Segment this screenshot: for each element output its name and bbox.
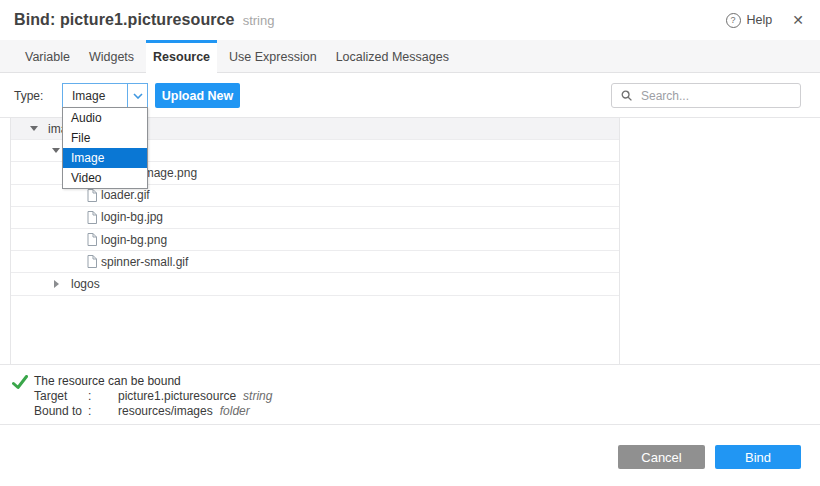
footer-divider <box>0 424 820 425</box>
tree-row-label: loader.gif <box>101 188 150 202</box>
help-link[interactable]: Help <box>747 13 773 27</box>
status-message: The resource can be bound <box>34 374 181 388</box>
dialog-title: Bind: picture1.picturesource <box>14 11 235 29</box>
tab-bar: Variable Widgets Resource Use Expression… <box>0 40 820 73</box>
titlebar-actions: ? Help ✕ <box>726 13 804 28</box>
tree-row-login-bg-png[interactable]: login-bg.png <box>11 229 619 251</box>
tab-resource[interactable]: Resource <box>146 40 217 73</box>
status-boundto-value-text: resources/images <box>118 404 213 418</box>
status-boundto-label: Bound to <box>34 404 82 418</box>
type-dropdown-list: Audio File Image Video <box>62 107 148 189</box>
dropdown-option-audio[interactable]: Audio <box>63 108 147 128</box>
type-select-value: Image <box>63 89 105 103</box>
status-target-row: Target : picture1.picturesourcestring <box>0 389 820 403</box>
tab-widgets[interactable]: Widgets <box>82 40 141 73</box>
status-target-value-type: string <box>243 389 272 403</box>
status-separator: : <box>88 389 91 403</box>
status-target-label: Target <box>34 389 67 403</box>
success-check-icon <box>12 375 28 390</box>
cancel-button[interactable]: Cancel <box>618 445 705 469</box>
collapse-arrow-icon[interactable] <box>54 280 59 288</box>
file-icon <box>87 233 97 246</box>
dropdown-option-file[interactable]: File <box>63 128 147 148</box>
tab-variable[interactable]: Variable <box>18 40 77 73</box>
status-boundto-value: resources/imagesfolder <box>118 404 250 418</box>
file-icon <box>87 255 97 268</box>
type-label: Type: <box>14 89 43 103</box>
search-input[interactable] <box>639 88 800 104</box>
type-select[interactable]: Image <box>62 83 148 108</box>
expand-arrow-icon[interactable] <box>52 148 60 153</box>
tab-localized-messages[interactable]: Localized Messages <box>329 40 456 73</box>
close-icon[interactable]: ✕ <box>792 13 804 27</box>
status-separator: : <box>88 404 91 418</box>
chevron-down-icon <box>133 93 143 99</box>
search-box[interactable] <box>611 83 801 108</box>
tab-use-expression[interactable]: Use Expression <box>222 40 324 73</box>
tree-row-label: login-bg.jpg <box>101 210 163 224</box>
file-icon <box>87 211 97 224</box>
tree-panel-right-border <box>619 117 620 364</box>
content-bottom-divider <box>0 364 820 365</box>
bind-button[interactable]: Bind <box>715 445 801 469</box>
help-icon[interactable]: ? <box>726 13 741 28</box>
status-boundto-row: Bound to : resources/imagesfolder <box>0 404 820 418</box>
dropdown-option-image[interactable]: Image <box>63 148 147 168</box>
tree-row-login-bg-jpg[interactable]: login-bg.jpg <box>11 207 619 229</box>
upload-new-button[interactable]: Upload New <box>155 83 240 108</box>
status-boundto-value-type: folder <box>220 404 250 418</box>
tree-row-logos[interactable]: logos <box>11 273 619 295</box>
status-target-value: picture1.picturesourcestring <box>118 389 272 403</box>
dropdown-option-video[interactable]: Video <box>63 168 147 188</box>
type-select-arrow-box[interactable] <box>127 84 147 107</box>
tree-row-label: login-bg.png <box>101 233 167 247</box>
file-icon <box>87 189 97 202</box>
dialog-titlebar: Bind: picture1.picturesource string ? He… <box>0 0 820 40</box>
title-type-badge: string <box>243 13 275 28</box>
expand-arrow-icon[interactable] <box>30 126 38 131</box>
tree-row-label: spinner-small.gif <box>101 255 188 269</box>
status-target-value-text: picture1.picturesource <box>118 389 236 403</box>
tree-row-label: logos <box>71 277 100 291</box>
search-icon <box>621 90 633 102</box>
tree-row-spinner-small-gif[interactable]: spinner-small.gif <box>11 251 619 273</box>
